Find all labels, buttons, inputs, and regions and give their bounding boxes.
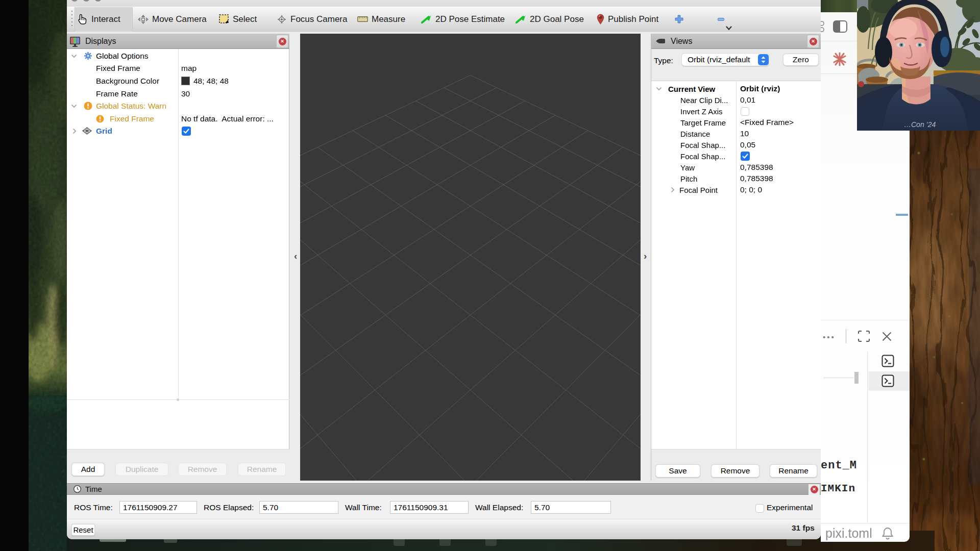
svg-text:…Con ’24: …Con ’24 [904, 120, 936, 129]
